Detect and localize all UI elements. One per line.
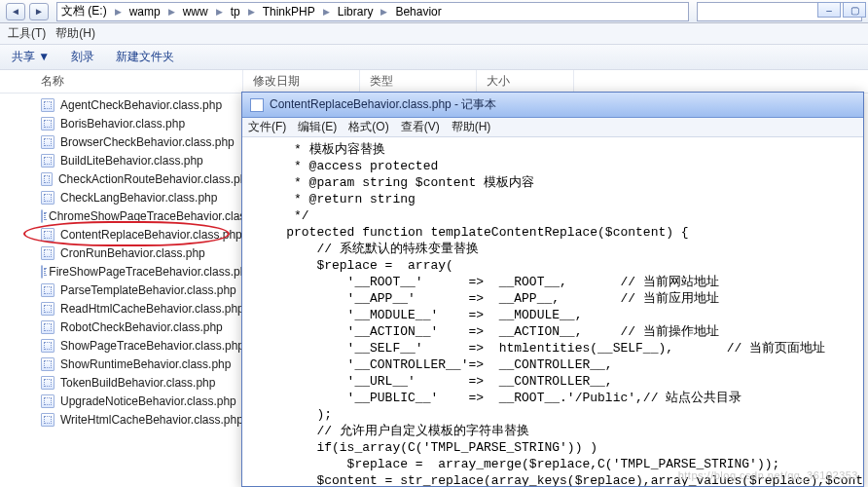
back-button[interactable]: ◄: [6, 3, 25, 20]
notepad-titlebar[interactable]: ContentReplaceBehavior.class.php - 记事本: [242, 93, 863, 118]
col-type[interactable]: 类型: [360, 70, 477, 93]
file-icon: [41, 413, 54, 427]
file-item[interactable]: CheckActionRouteBehavior.class.php: [0, 169, 253, 188]
file-icon: [41, 339, 54, 353]
file-icon: [41, 302, 54, 316]
chevron-right-icon: ▶: [319, 7, 334, 17]
file-icon: [41, 283, 54, 297]
breadcrumb-seg[interactable]: wamp: [126, 5, 164, 19]
chevron-right-icon: ▶: [377, 7, 391, 17]
file-item[interactable]: BorisBehavior.class.php: [0, 114, 253, 132]
file-name: BuildLiteBehavior.class.php: [60, 154, 203, 168]
file-item[interactable]: ContentReplaceBehavior.class.php: [0, 225, 253, 244]
file-icon: [41, 265, 43, 279]
file-item[interactable]: UpgradeNoticeBehavior.class.php: [0, 392, 253, 410]
breadcrumb-seg[interactable]: ThinkPHP: [259, 5, 319, 19]
file-item[interactable]: ShowPageTraceBehavior.class.php: [0, 336, 253, 355]
col-size[interactable]: 大小: [477, 70, 574, 93]
breadcrumb[interactable]: 文档 (E:) ▶ wamp ▶ www ▶ tp ▶ ThinkPHP ▶ L…: [56, 2, 689, 21]
breadcrumb-seg[interactable]: Behavior: [391, 5, 445, 19]
toolbar-burn[interactable]: 刻录: [71, 49, 94, 65]
chevron-right-icon: ▶: [244, 7, 259, 17]
np-menu-file[interactable]: 文件(F): [248, 119, 286, 135]
file-name: RobotCheckBehavior.class.php: [60, 320, 223, 334]
file-item[interactable]: FireShowPageTraceBehavior.class.php: [0, 262, 253, 281]
file-icon: [41, 394, 54, 408]
chevron-right-icon: ▶: [164, 7, 179, 17]
file-name: TokenBuildBehavior.class.php: [60, 376, 215, 390]
min-icon[interactable]: –: [817, 2, 841, 18]
file-item[interactable]: ChromeShowPageTraceBehavior.clas...: [0, 206, 253, 225]
file-name: CheckLangBehavior.class.php: [60, 191, 217, 205]
file-name: ChromeShowPageTraceBehavior.clas...: [49, 209, 253, 223]
file-name: ReadHtmlCacheBehavior.class.php: [60, 302, 244, 316]
file-item[interactable]: RobotCheckBehavior.class.php: [0, 318, 253, 336]
file-item[interactable]: TokenBuildBehavior.class.php: [0, 373, 253, 392]
file-icon: [41, 320, 54, 334]
toolbar-newfolder[interactable]: 新建文件夹: [116, 49, 174, 65]
file-item[interactable]: BuildLiteBehavior.class.php: [0, 151, 253, 169]
notepad-title: ContentReplaceBehavior.class.php - 记事本: [270, 96, 496, 113]
chevron-right-icon: ▶: [212, 7, 227, 17]
menu-help[interactable]: 帮助(H): [55, 25, 95, 42]
notepad-window: ContentReplaceBehavior.class.php - 记事本 文…: [241, 92, 864, 487]
file-icon: [41, 357, 54, 371]
file-name: AgentCheckBehavior.class.php: [60, 98, 222, 112]
col-name[interactable]: 名称: [0, 70, 243, 93]
file-icon: [41, 154, 54, 168]
file-name: FireShowPageTraceBehavior.class.php: [49, 265, 253, 279]
menu-tools[interactable]: 工具(T): [8, 25, 46, 42]
file-list: AgentCheckBehavior.class.phpBorisBehavio…: [0, 94, 253, 487]
file-name: CheckActionRouteBehavior.class.php: [58, 172, 253, 186]
file-icon: [41, 191, 54, 205]
explorer-menubar: 工具(T) 帮助(H): [0, 23, 868, 45]
file-icon: [41, 246, 54, 260]
notepad-icon: [250, 98, 264, 112]
file-name: CronRunBehavior.class.php: [60, 246, 205, 260]
file-icon: [41, 117, 54, 131]
file-item[interactable]: CheckLangBehavior.class.php: [0, 188, 253, 206]
file-item[interactable]: AgentCheckBehavior.class.php: [0, 95, 253, 114]
breadcrumb-seg[interactable]: tp: [227, 5, 244, 19]
breadcrumb-seg[interactable]: www: [179, 5, 212, 19]
np-menu-help[interactable]: 帮助(H): [452, 119, 491, 135]
file-item[interactable]: ParseTemplateBehavior.class.php: [0, 281, 253, 299]
np-menu-view[interactable]: 查看(V): [401, 119, 440, 135]
file-icon: [41, 209, 43, 223]
file-item[interactable]: CronRunBehavior.class.php: [0, 244, 253, 262]
file-item[interactable]: BrowserCheckBehavior.class.php: [0, 132, 253, 151]
file-name: BorisBehavior.class.php: [60, 117, 185, 131]
chevron-right-icon: ▶: [111, 7, 126, 17]
file-name: ShowRuntimeBehavior.class.php: [60, 357, 231, 371]
breadcrumb-seg[interactable]: Library: [334, 5, 378, 19]
column-headers: 名称 修改日期 类型 大小: [0, 70, 868, 94]
file-name: WriteHtmlCacheBehavior.class.php: [60, 413, 243, 427]
max-icon[interactable]: ▢: [843, 2, 866, 18]
file-item[interactable]: ReadHtmlCacheBehavior.class.php: [0, 299, 253, 318]
watermark: https://blog.csdn.net/qq_36102353: [678, 469, 858, 481]
file-item[interactable]: WriteHtmlCacheBehavior.class.php: [0, 410, 253, 429]
file-icon: [41, 376, 54, 390]
notepad-content[interactable]: * 模板内容替换 * @access protected * @param st…: [242, 137, 863, 486]
explorer-toolbar: 共享 ▼ 刻录 新建文件夹: [0, 45, 868, 70]
address-bar: ◄ ► 文档 (E:) ▶ wamp ▶ www ▶ tp ▶ ThinkPHP…: [0, 0, 868, 23]
file-icon: [41, 228, 54, 242]
forward-button[interactable]: ►: [29, 3, 49, 20]
notepad-menubar: 文件(F) 编辑(E) 格式(O) 查看(V) 帮助(H): [242, 118, 863, 137]
file-name: ParseTemplateBehavior.class.php: [60, 283, 236, 297]
np-menu-edit[interactable]: 编辑(E): [298, 119, 337, 135]
file-name: ShowPageTraceBehavior.class.php: [60, 339, 244, 353]
np-menu-format[interactable]: 格式(O): [348, 119, 388, 135]
file-item[interactable]: ShowRuntimeBehavior.class.php: [0, 355, 253, 373]
file-icon: [41, 135, 54, 149]
col-date[interactable]: 修改日期: [243, 70, 360, 93]
file-name: UpgradeNoticeBehavior.class.php: [60, 394, 236, 408]
file-icon: [41, 98, 54, 112]
breadcrumb-drive[interactable]: 文档 (E:): [57, 3, 111, 19]
file-name: ContentReplaceBehavior.class.php: [60, 228, 242, 242]
file-icon: [41, 172, 53, 186]
toolbar-share[interactable]: 共享 ▼: [12, 49, 50, 65]
file-name: BrowserCheckBehavior.class.php: [60, 135, 235, 149]
